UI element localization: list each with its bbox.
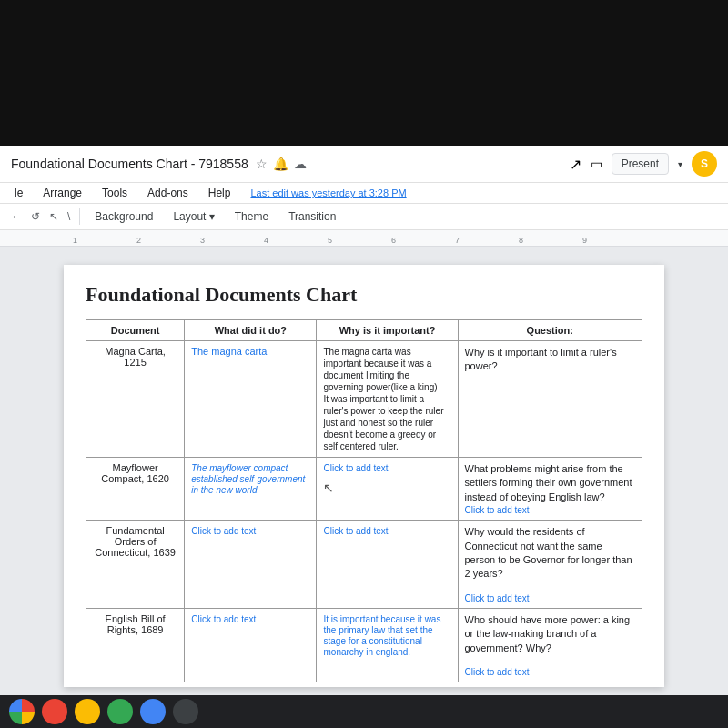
taskbar-docs-icon[interactable] xyxy=(107,699,133,724)
last-edit-text: Last edit was yesterday at 3:28 PM xyxy=(250,187,406,198)
menu-help[interactable]: Help xyxy=(205,185,235,201)
ruler-tick-9: 9 xyxy=(582,236,646,246)
taskbar-mail-icon[interactable] xyxy=(42,699,67,724)
ruler-tick-3: 3 xyxy=(200,236,264,246)
mouse-cursor-icon: ↖ xyxy=(323,480,334,495)
cell-document-2: Mayflower Compact, 1620 xyxy=(86,458,185,521)
ruler-tick-5: 5 xyxy=(328,236,391,246)
editor-area: Foundational Documents Chart Document Wh… xyxy=(0,247,728,728)
toolbar: ← ↺ ↖ \ Background Layout ▾ Theme Transi… xyxy=(0,204,728,230)
background-button[interactable]: Background xyxy=(89,207,158,226)
toolbar-arrow-icon[interactable]: ← xyxy=(11,210,22,223)
magna-carta-why-text: The magna carta was important because it… xyxy=(323,347,437,392)
top-black-bar xyxy=(0,0,728,146)
cell-document-3: Fundamental Orders of Connecticut, 1639 xyxy=(86,521,185,609)
ruler-tick-1: 1 xyxy=(73,236,136,246)
cell-why-3: Click to add text xyxy=(317,521,458,609)
cell-question-4: Who should have more power: a king or th… xyxy=(458,608,642,682)
cloud-icon[interactable]: ☁ xyxy=(294,157,307,171)
slides-app: Foundational Documents Chart - 7918558 ☆… xyxy=(0,146,728,728)
layout-icon: ▭ xyxy=(591,157,602,171)
cell-question-2: What problems might arise from the settl… xyxy=(458,458,642,521)
trend-icon: ↗ xyxy=(570,156,581,173)
mayflower-why-placeholder[interactable]: Click to add text xyxy=(323,463,388,473)
toolbar-separator-1 xyxy=(79,208,80,225)
toolbar-pen-icon[interactable]: \ xyxy=(67,210,70,223)
table-row-mayflower: Mayflower Compact, 1620 The mayflower co… xyxy=(86,458,642,521)
english-question-placeholder[interactable]: Click to add text xyxy=(465,667,530,677)
transition-button[interactable]: Transition xyxy=(283,207,341,226)
magna-carta-what-text: The magna carta xyxy=(191,346,267,357)
taskbar-drive-icon[interactable] xyxy=(75,699,100,724)
fundamental-question-text: Why would the residents of Connecticut n… xyxy=(465,526,632,579)
ruler: 1 2 3 4 5 6 7 8 9 xyxy=(0,230,728,247)
mayflower-question-text: What problems might arise from the settl… xyxy=(465,463,632,502)
cell-document-4: English Bill of Rights, 1689 xyxy=(86,608,185,682)
header-why: Why is it important? xyxy=(317,320,458,341)
menu-addons[interactable]: Add-ons xyxy=(144,185,192,201)
fundamental-what-placeholder[interactable]: Click to add text xyxy=(191,526,256,536)
cell-what-1: The magna carta xyxy=(185,341,317,458)
ruler-tick-8: 8 xyxy=(519,236,582,246)
present-button[interactable]: Present xyxy=(612,153,669,175)
mayflower-what-text: The mayflower compact established self-g… xyxy=(191,463,305,495)
taskbar-settings-icon[interactable] xyxy=(173,699,198,724)
menu-arrange[interactable]: Arrange xyxy=(39,185,86,201)
ruler-tick-4: 4 xyxy=(264,236,328,246)
notification-icon[interactable]: 🔔 xyxy=(273,157,288,171)
header-document: Document xyxy=(86,320,185,341)
table-row-magna-carta: Magna Carta, 1215 The magna carta The ma… xyxy=(86,341,642,458)
table-row-english-bill: English Bill of Rights, 1689 Click to ad… xyxy=(86,608,642,682)
cell-why-1: The magna carta was important because it… xyxy=(317,341,458,458)
menu-tools[interactable]: Tools xyxy=(98,185,131,201)
cursor-indicator: ↖ xyxy=(323,480,450,495)
fundamental-why-placeholder[interactable]: Click to add text xyxy=(323,526,388,536)
star-icon[interactable]: ☆ xyxy=(256,157,268,171)
cell-why-2: Click to add text ↖ xyxy=(317,458,458,521)
fundamental-question-placeholder[interactable]: Click to add text xyxy=(465,593,530,603)
dropdown-icon: ▾ xyxy=(678,159,682,169)
toolbar-cursor-icon[interactable]: ↖ xyxy=(49,210,58,223)
user-avatar[interactable]: S xyxy=(692,151,717,177)
slide: Foundational Documents Chart Document Wh… xyxy=(64,265,664,687)
mayflower-question-placeholder[interactable]: Click to add text xyxy=(465,505,530,515)
english-why-text: It is important because it was the prima… xyxy=(323,614,440,657)
ruler-tick-7: 7 xyxy=(455,236,519,246)
toolbar-undo-icon[interactable]: ↺ xyxy=(31,210,40,223)
cell-question-3: Why would the residents of Connecticut n… xyxy=(458,521,642,609)
header-what: What did it do? xyxy=(185,320,317,341)
cell-why-4: It is important because it was the prima… xyxy=(317,608,458,682)
document-title: Foundational Documents Chart - 7918558 xyxy=(11,157,248,171)
menu-bar: le Arrange Tools Add-ons Help Last edit … xyxy=(0,183,728,204)
magna-carta-question-text: Why is it important to limit a ruler's p… xyxy=(465,347,617,371)
cell-question-1: Why is it important to limit a ruler's p… xyxy=(458,341,642,458)
english-what-placeholder[interactable]: Click to add text xyxy=(191,614,256,624)
table-row-fundamental-orders: Fundamental Orders of Connecticut, 1639 … xyxy=(86,521,642,609)
cell-what-3: Click to add text xyxy=(185,521,317,609)
ruler-tick-2: 2 xyxy=(136,236,200,246)
header-question: Question: xyxy=(458,320,642,341)
english-question-text: Who should have more power: a king or th… xyxy=(465,614,631,653)
slide-title: Foundational Documents Chart xyxy=(86,283,642,307)
taskbar-chrome-icon[interactable] xyxy=(9,699,35,724)
title-icons: ☆ 🔔 ☁ xyxy=(256,157,307,171)
cell-what-2: The mayflower compact established self-g… xyxy=(185,458,317,521)
ruler-tick-6: 6 xyxy=(391,236,455,246)
document-table: Document What did it do? Why is it impor… xyxy=(86,319,642,682)
table-header-row: Document What did it do? Why is it impor… xyxy=(86,320,642,341)
title-bar: Foundational Documents Chart - 7918558 ☆… xyxy=(0,146,728,183)
slide-canvas-area: Foundational Documents Chart Document Wh… xyxy=(0,247,728,728)
taskbar xyxy=(0,695,728,728)
cell-what-4: Click to add text xyxy=(185,608,317,682)
taskbar-calendar-icon[interactable] xyxy=(140,699,166,724)
layout-button[interactable]: Layout ▾ xyxy=(167,207,219,226)
menu-file[interactable]: le xyxy=(11,185,26,201)
ruler-numbers: 1 2 3 4 5 6 7 8 9 xyxy=(0,230,728,246)
magna-carta-why-extra: It was important to limit a ruler's powe… xyxy=(323,394,443,451)
theme-button[interactable]: Theme xyxy=(229,207,274,226)
cell-document-1: Magna Carta, 1215 xyxy=(86,341,185,458)
